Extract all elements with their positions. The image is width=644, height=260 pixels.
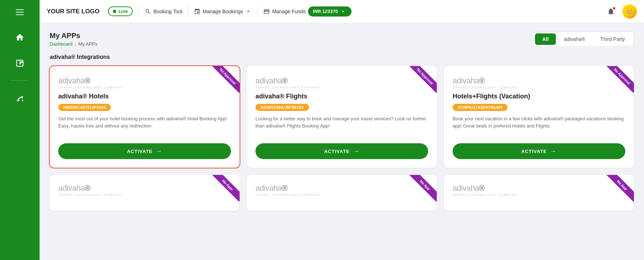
booking-tool-label: Booking Tool xyxy=(153,9,182,14)
live-dot xyxy=(113,10,116,13)
sidebar-item-shopping[interactable] xyxy=(8,87,31,110)
card-desc-3: Book your next vacation in a few clicks … xyxy=(453,115,625,137)
filter-tab-adivaha[interactable]: adivaha® xyxy=(557,33,592,45)
partial-ribbon-wrap-3: No App xyxy=(602,175,634,207)
activate-arrow-1: → xyxy=(156,148,162,154)
partial-logo-2: adivaha® TRAVEL TECHNOLOGY COMPANY xyxy=(255,184,428,196)
main-area: YOUR SITE LOGO Live Booking Tool Manage … xyxy=(40,0,644,260)
sidebar xyxy=(0,0,40,260)
breadcrumb: Dashboard › My APPs xyxy=(50,41,97,47)
breadcrumb-separator: › xyxy=(75,41,76,47)
partial-logo-sub-3: TRAVEL TECHNOLOGY COMPANY xyxy=(453,193,625,196)
card-title-3: Hotels+Flights (Vacation) xyxy=(453,93,625,100)
filter-tabs: All adivaha® Third Party xyxy=(533,32,634,47)
manage-bookings-label: Manage Bookings xyxy=(203,9,243,14)
partial-card-2: No App adivaha® TRAVEL TECHNOLOGY COMPAN… xyxy=(247,175,437,211)
activate-button-2[interactable]: ACTIVATE → xyxy=(255,143,428,159)
logo-sub-2: TRAVEL TECHNOLOGY COMPANY xyxy=(255,86,428,89)
funds-chevron-icon xyxy=(340,8,346,15)
page-title-block: My APPs Dashboard › My APPs xyxy=(50,32,97,47)
booking-tool-button[interactable]: Booking Tool xyxy=(145,8,182,15)
ribbon-wrap-1: No Approval xyxy=(207,66,240,98)
site-logo: YOUR SITE LOGO xyxy=(47,8,99,15)
content-area: My APPs Dashboard › My APPs All adivaha®… xyxy=(40,23,644,260)
live-label: Live xyxy=(118,9,128,14)
sidebar-divider xyxy=(11,80,29,81)
partial-ribbon-wrap-2: No App xyxy=(404,175,437,207)
partial-logo-text-1: adivaha® xyxy=(58,184,231,193)
notification-button[interactable] xyxy=(604,5,617,18)
no-approval-ribbon-2: No Approval xyxy=(408,66,437,93)
search-icon xyxy=(145,8,151,15)
sidebar-item-wallet[interactable] xyxy=(8,52,31,75)
card-title-1: adivaha® Hotels xyxy=(58,93,231,100)
funds-amount-badge: INR 123370 xyxy=(308,6,352,17)
activate-arrow-3: → xyxy=(550,148,557,154)
wallet-icon xyxy=(15,59,24,68)
logo-text-3: adivaha® xyxy=(453,76,625,85)
section-heading: adivaha® Integrations xyxy=(50,54,634,60)
card-flights: No Approval adivaha® TRAVEL TECHNOLOGY C… xyxy=(247,66,437,168)
home-icon xyxy=(15,33,24,42)
partial-logo-sub-1: TRAVEL TECHNOLOGY COMPANY xyxy=(58,193,231,196)
notification-dot xyxy=(612,6,616,10)
adivaha-logo-3: adivaha® TRAVEL TECHNOLOGY COMPANY xyxy=(453,76,625,89)
manage-bookings-button[interactable]: Manage Bookings xyxy=(194,8,251,15)
sidebar-item-home[interactable] xyxy=(8,26,31,49)
partial-card-1: No Appr adivaha® TRAVEL TECHNOLOGY COMPA… xyxy=(50,175,240,211)
topbar-right: 👑 xyxy=(604,4,637,19)
filter-tab-third-party[interactable]: Third Party xyxy=(593,33,632,45)
calendar-icon xyxy=(194,8,200,15)
funds-amount: INR 123370 xyxy=(313,9,338,14)
shopping-icon xyxy=(15,93,24,103)
breadcrumb-dashboard[interactable]: Dashboard xyxy=(50,41,73,47)
partial-ribbon-1: No Appr xyxy=(211,175,240,202)
manage-funds-label: Manage Funds xyxy=(272,9,305,14)
avatar[interactable]: 👑 xyxy=(622,4,637,19)
activate-button-3[interactable]: ACTIVATE → xyxy=(453,143,625,159)
topbar-separator-2 xyxy=(188,6,188,17)
activate-button-1[interactable]: ACTIVATE → xyxy=(58,143,231,159)
filter-tab-all[interactable]: All xyxy=(535,33,556,45)
bookings-chevron-icon xyxy=(245,8,251,15)
breadcrumb-current: My APPs xyxy=(78,41,97,47)
adivaha-logo-2: adivaha® TRAVEL TECHNOLOGY COMPANY xyxy=(255,76,428,89)
cards-grid: No Approval adivaha® TRAVEL TECHNOLOGY C… xyxy=(50,66,634,168)
card-desc-1: Get the most out of your hotel booking p… xyxy=(58,115,231,137)
card-title-2: adivaha® Flights xyxy=(255,93,428,100)
app-code-2: ADIM5C66A1BF561B1 xyxy=(255,104,309,111)
page-header: My APPs Dashboard › My APPs All adivaha®… xyxy=(50,32,634,47)
ribbon-wrap-2: No Approval xyxy=(404,66,437,98)
adivaha-logo-1: adivaha® TRAVEL TECHNOLOGY COMPANY xyxy=(58,76,231,89)
card-vacation: No Approval adivaha® TRAVEL TECHNOLOGY C… xyxy=(444,66,634,168)
page-title: My APPs xyxy=(50,32,97,40)
logo-text-1: adivaha® xyxy=(58,76,231,85)
topbar-separator-1 xyxy=(139,6,139,17)
partial-card-3: No App adivaha® TRAVEL TECHNOLOGY COMPAN… xyxy=(444,175,634,211)
card-hotels: No Approval adivaha® TRAVEL TECHNOLOGY C… xyxy=(50,66,240,168)
manage-funds-button[interactable]: Manage Funds INR 123370 xyxy=(263,6,352,17)
live-badge[interactable]: Live xyxy=(108,6,133,16)
partial-logo-3: adivaha® TRAVEL TECHNOLOGY COMPANY xyxy=(453,184,625,196)
logo-sub-1: TRAVEL TECHNOLOGY COMPANY xyxy=(58,86,231,89)
cards-grid-partial: No Appr adivaha® TRAVEL TECHNOLOGY COMPA… xyxy=(50,175,634,211)
activate-arrow-2: → xyxy=(353,148,359,154)
topbar: YOUR SITE LOGO Live Booking Tool Manage … xyxy=(40,0,644,23)
no-approval-ribbon-1: No Approval xyxy=(211,66,240,93)
ribbon-wrap-3: No Approval xyxy=(602,66,634,98)
partial-ribbon-3: No App xyxy=(606,175,634,202)
partial-ribbon-wrap-1: No Appr xyxy=(207,175,240,207)
activate-label-2: ACTIVATE xyxy=(324,149,350,154)
topbar-separator-3 xyxy=(257,6,258,17)
hamburger-button[interactable] xyxy=(13,6,26,19)
partial-logo-text-2: adivaha® xyxy=(255,184,428,193)
funds-icon xyxy=(263,8,270,15)
card-desc-2: Looking for a better way to book and man… xyxy=(255,115,428,137)
app-code-3: VCNPKG7A8DH765404 xyxy=(453,104,508,111)
activate-label-1: ACTIVATE xyxy=(127,149,153,154)
partial-logo-text-3: adivaha® xyxy=(453,184,625,193)
logo-sub-3: TRAVEL TECHNOLOGY COMPANY xyxy=(453,86,625,89)
activate-label-3: ACTIVATE xyxy=(521,149,547,154)
no-approval-ribbon-3: No Approval xyxy=(606,66,634,93)
partial-logo-1: adivaha® TRAVEL TECHNOLOGY COMPANY xyxy=(58,184,231,196)
